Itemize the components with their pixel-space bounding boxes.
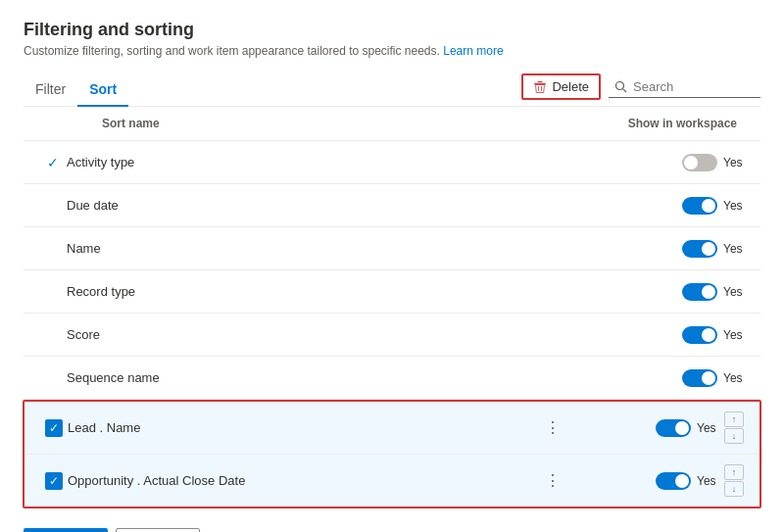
row-workspace: Yes	[568, 240, 745, 258]
row-label: Score	[67, 327, 568, 342]
table-header: Sort name Show in workspace	[24, 107, 760, 141]
row-menu-button-opportunity[interactable]: ⋮	[538, 471, 567, 490]
selected-row-opportunity: ✓ Opportunity . Actual Close Date ⋮ Yes …	[24, 454, 760, 507]
selected-row-lead-name: ✓ Lead . Name ⋮ Yes ↑ ↓	[24, 402, 760, 454]
selected-rows-container: ✓ Lead . Name ⋮ Yes ↑ ↓ ✓ Opportunity . …	[23, 400, 761, 508]
row-workspace: Yes ↑ ↓	[567, 411, 744, 444]
svg-line-5	[623, 88, 626, 91]
svg-rect-1	[538, 81, 543, 82]
row-checkmark: ✓	[39, 155, 67, 170]
arrow-down-lead[interactable]: ↓	[724, 428, 744, 444]
delete-button[interactable]: Delete	[521, 73, 601, 100]
row-label: Lead . Name	[68, 420, 538, 435]
svg-point-4	[616, 81, 624, 89]
row-menu-button-lead[interactable]: ⋮	[538, 418, 567, 437]
tab-sort[interactable]: Sort	[77, 73, 128, 107]
toggle-name[interactable]	[682, 240, 717, 258]
table-row: Due date Yes	[24, 184, 760, 227]
tabs-container: Filter Sort	[24, 73, 128, 106]
table-row: Score Yes	[24, 314, 760, 357]
row-label: Activity type	[67, 155, 568, 169]
sort-arrows-opportunity: ↑ ↓	[724, 464, 744, 497]
tab-filter[interactable]: Filter	[24, 73, 77, 107]
page-subtitle: Customize filtering, sorting and work it…	[24, 44, 760, 58]
toggle-score[interactable]	[682, 326, 717, 344]
table-row: Record type Yes	[24, 270, 760, 314]
toggle-lead-name[interactable]	[656, 419, 691, 437]
sort-arrows-lead: ↑ ↓	[724, 411, 744, 444]
checkbox-lead[interactable]: ✓	[45, 419, 63, 437]
trash-icon	[533, 80, 547, 94]
toolbar-right: Delete	[521, 73, 760, 106]
col-workspace: Show in workspace	[568, 117, 745, 130]
svg-rect-0	[534, 83, 546, 84]
toggle-due-date[interactable]	[682, 197, 717, 215]
toggle-record-type[interactable]	[682, 283, 717, 301]
publish-button[interactable]: Publish	[24, 528, 108, 532]
row-workspace: Yes	[568, 283, 745, 301]
row-label: Sequence name	[67, 370, 568, 385]
checkbox-opportunity[interactable]: ✓	[45, 472, 63, 490]
arrow-up-lead[interactable]: ↑	[724, 411, 744, 427]
page-title: Filtering and sorting	[24, 20, 760, 40]
table-row: ✓ Activity type Yes	[24, 141, 760, 184]
arrow-down-opportunity[interactable]: ↓	[724, 481, 744, 497]
row-label: Name	[67, 241, 568, 256]
row-workspace: Yes	[568, 369, 745, 387]
footer: Publish Cancel	[24, 508, 760, 532]
arrow-up-opportunity[interactable]: ↑	[724, 464, 744, 480]
page-header: Filtering and sorting Customize filterin…	[24, 20, 760, 58]
row-label: Record type	[67, 284, 568, 299]
cancel-button[interactable]: Cancel	[116, 528, 200, 532]
search-box	[609, 76, 760, 98]
col-sort-name: Sort name	[67, 117, 568, 130]
row-label: Due date	[67, 198, 568, 213]
table-row: Sequence name Yes	[24, 357, 760, 400]
row-workspace: Yes	[568, 197, 745, 215]
table-row: Name Yes	[24, 227, 760, 270]
normal-rows: ✓ Activity type Yes Due date Yes Name	[24, 141, 760, 400]
learn-more-link[interactable]: Learn more	[443, 44, 503, 58]
toggle-activity-type[interactable]	[682, 154, 717, 171]
row-workspace: Yes	[568, 154, 745, 171]
row-label: Opportunity . Actual Close Date	[68, 473, 538, 488]
search-icon	[614, 80, 627, 93]
search-input[interactable]	[633, 79, 751, 94]
toggle-opportunity[interactable]	[656, 472, 691, 490]
row-workspace: Yes ↑ ↓	[567, 464, 744, 497]
row-workspace: Yes	[568, 326, 745, 344]
tabs-toolbar-bar: Filter Sort Delete	[24, 73, 760, 107]
toggle-sequence-name[interactable]	[682, 369, 717, 387]
